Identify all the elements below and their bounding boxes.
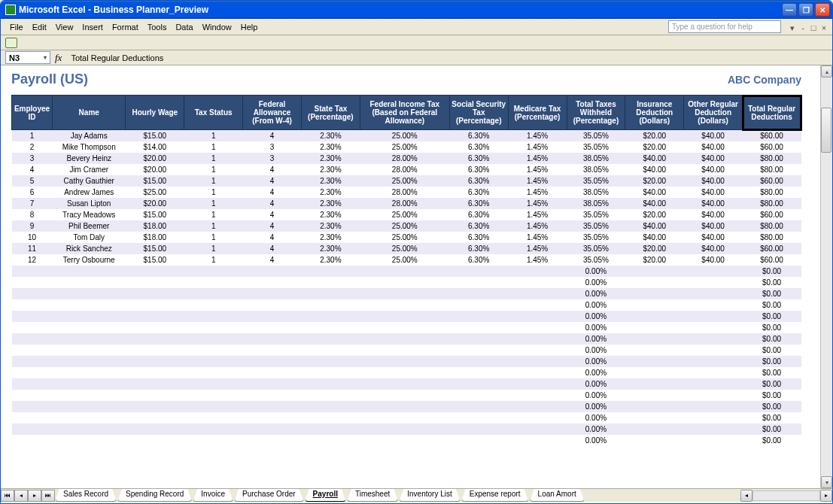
cell[interactable]: $40.00 xyxy=(625,164,684,175)
cell[interactable] xyxy=(301,288,360,299)
close-button[interactable]: ✕ xyxy=(815,3,830,17)
cell[interactable] xyxy=(301,299,360,311)
cell[interactable] xyxy=(184,345,243,356)
cell[interactable]: $0.00 xyxy=(743,345,801,356)
table-row[interactable]: 0.00%$0.00 xyxy=(12,299,801,311)
cell[interactable] xyxy=(243,311,302,322)
name-box[interactable]: N3 xyxy=(5,51,50,64)
table-row[interactable]: 0.00%$0.00 xyxy=(12,378,801,390)
cell[interactable]: 0.00% xyxy=(567,390,625,401)
column-header[interactable]: Total Regular Deductions xyxy=(743,96,801,130)
cell[interactable]: 25.00% xyxy=(360,254,449,266)
cell[interactable] xyxy=(684,356,743,367)
table-row[interactable]: 0.00%$0.00 xyxy=(12,367,801,378)
cell[interactable]: 25.00% xyxy=(360,130,449,141)
cell[interactable]: Jim Cramer xyxy=(53,164,126,175)
cell[interactable]: $60.00 xyxy=(743,243,801,254)
cell[interactable] xyxy=(243,412,302,424)
cell[interactable]: 28.00% xyxy=(360,164,449,175)
cell[interactable]: 6.30% xyxy=(449,232,508,243)
cell[interactable]: Tom Daly xyxy=(53,232,126,243)
cell[interactable]: 4 xyxy=(243,164,302,175)
cell[interactable]: $0.00 xyxy=(743,367,801,378)
cell[interactable] xyxy=(508,424,567,435)
cell[interactable]: $40.00 xyxy=(684,153,743,164)
cell[interactable] xyxy=(449,299,508,311)
cell[interactable]: $40.00 xyxy=(625,153,684,164)
titlebar[interactable]: Microsoft Excel - Business Planner_Previ… xyxy=(1,1,832,19)
cell[interactable]: $80.00 xyxy=(743,220,801,232)
cell[interactable]: 3 xyxy=(243,141,302,153)
cell[interactable] xyxy=(684,266,743,277)
table-row[interactable]: 12Terry Osbourne$15.00142.30%25.00%6.30%… xyxy=(12,254,801,266)
cell[interactable] xyxy=(301,390,360,401)
cell[interactable] xyxy=(508,401,567,412)
cell[interactable] xyxy=(684,288,743,299)
cell[interactable]: 2.30% xyxy=(301,254,360,266)
cell[interactable] xyxy=(625,356,684,367)
cell[interactable]: 28.00% xyxy=(360,198,449,209)
cell[interactable] xyxy=(184,367,243,378)
cell[interactable]: 1 xyxy=(12,130,53,141)
cell[interactable]: $15.00 xyxy=(126,243,184,254)
cell[interactable]: 4 xyxy=(243,254,302,266)
column-header[interactable]: Employee ID xyxy=(12,96,53,130)
cell[interactable]: 35.05% xyxy=(567,232,625,243)
cell[interactable] xyxy=(508,390,567,401)
cell[interactable] xyxy=(360,311,449,322)
cell[interactable] xyxy=(301,266,360,277)
cell[interactable] xyxy=(360,412,449,424)
column-header[interactable]: Other Regular Deduction (Dollars) xyxy=(684,96,743,130)
cell[interactable]: 38.05% xyxy=(567,164,625,175)
cell[interactable]: $0.00 xyxy=(743,378,801,390)
cell[interactable]: 25.00% xyxy=(360,243,449,254)
cell[interactable]: $0.00 xyxy=(743,288,801,299)
table-row[interactable]: 0.00%$0.00 xyxy=(12,412,801,424)
sheet-tab-expense-report[interactable]: Expense report xyxy=(461,489,529,502)
cell[interactable] xyxy=(53,412,126,424)
cell[interactable] xyxy=(625,345,684,356)
menu-insert[interactable]: Insert xyxy=(78,21,108,33)
maximize-button[interactable]: ❐ xyxy=(798,3,813,17)
cell[interactable] xyxy=(508,322,567,333)
cell[interactable] xyxy=(684,367,743,378)
menu-view[interactable]: View xyxy=(51,21,78,33)
cell[interactable] xyxy=(625,424,684,435)
cell[interactable] xyxy=(53,435,126,446)
cell[interactable]: 2.30% xyxy=(301,164,360,175)
cell[interactable]: 4 xyxy=(243,130,302,141)
cell[interactable]: 38.05% xyxy=(567,198,625,209)
cell[interactable] xyxy=(625,412,684,424)
cell[interactable] xyxy=(53,299,126,311)
cell[interactable]: 35.05% xyxy=(567,130,625,141)
cell[interactable]: 6.30% xyxy=(449,141,508,153)
cell[interactable] xyxy=(508,311,567,322)
cell[interactable] xyxy=(684,401,743,412)
menu-help[interactable]: Help xyxy=(236,21,263,33)
cell[interactable]: 0.00% xyxy=(567,345,625,356)
minimize-button[interactable]: — xyxy=(782,3,797,17)
cell[interactable] xyxy=(449,378,508,390)
menu-edit[interactable]: Edit xyxy=(28,21,51,33)
cell[interactable]: 6.30% xyxy=(449,209,508,220)
table-row[interactable]: 5Cathy Gauthier$15.00142.30%25.00%6.30%1… xyxy=(12,175,801,187)
cell[interactable]: $0.00 xyxy=(743,435,801,446)
cell[interactable]: 35.05% xyxy=(567,243,625,254)
cell[interactable]: 0.00% xyxy=(567,412,625,424)
cell[interactable] xyxy=(301,401,360,412)
cell[interactable]: 1 xyxy=(184,187,243,198)
cell[interactable]: 1.45% xyxy=(508,175,567,187)
cell[interactable] xyxy=(53,277,126,288)
cell[interactable] xyxy=(360,367,449,378)
cell[interactable]: $18.00 xyxy=(126,232,184,243)
cell[interactable] xyxy=(184,435,243,446)
cell[interactable] xyxy=(684,311,743,322)
cell[interactable]: $0.00 xyxy=(743,266,801,277)
cell[interactable]: 2.30% xyxy=(301,198,360,209)
cell[interactable] xyxy=(243,277,302,288)
column-header[interactable]: Federal Income Tax (Based on Federal All… xyxy=(360,96,449,130)
cell[interactable] xyxy=(301,277,360,288)
cell[interactable] xyxy=(12,333,53,345)
table-row[interactable]: 0.00%$0.00 xyxy=(12,266,801,277)
table-row[interactable]: 6Andrew James$25.00142.30%28.00%6.30%1.4… xyxy=(12,187,801,198)
